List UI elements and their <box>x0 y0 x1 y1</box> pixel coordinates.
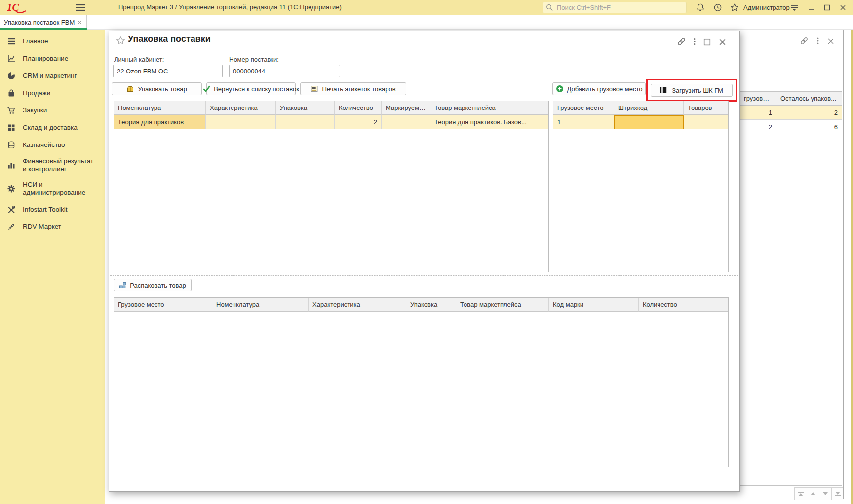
go-first-button[interactable] <box>794 487 807 500</box>
unpack-boxes-icon <box>119 282 126 289</box>
column-header[interactable]: Код марки <box>549 298 639 312</box>
link-icon[interactable] <box>677 37 686 46</box>
sidebar-item-finance[interactable]: Финансовый результат и контроллинг <box>0 153 105 177</box>
maximize-window-icon[interactable] <box>823 4 831 11</box>
column-header[interactable]: грузовых ... <box>740 92 776 106</box>
favorites-star-icon[interactable] <box>730 3 739 12</box>
sidebar: Главное Планирование CRM и маркетинг Про… <box>0 30 105 504</box>
column-header[interactable]: Характеристика <box>206 101 276 115</box>
menu-icon <box>0 37 23 46</box>
tools-icon <box>0 205 23 214</box>
go-last-button[interactable] <box>831 487 844 500</box>
tab-close-icon[interactable] <box>77 20 82 25</box>
right-edge-strip <box>851 30 853 504</box>
column-header[interactable]: Маркируемый <box>382 101 430 115</box>
dialog-title: Упаковка поставки <box>128 34 211 44</box>
column-header[interactable]: Товаров <box>684 101 728 115</box>
sidebar-item-crm[interactable]: CRM и маркетинг <box>0 67 105 84</box>
sidebar-item-sales[interactable]: Продажи <box>0 84 105 102</box>
bar-chart-icon <box>0 161 23 170</box>
cell-packaging[interactable] <box>276 115 335 129</box>
cargo-places-table[interactable]: Грузовое место Штрихкод Товаров 1 <box>553 101 729 272</box>
more-menu-icon[interactable] <box>816 36 819 45</box>
column-header[interactable]: Характеристика <box>309 298 406 312</box>
barcode-edit-cell[interactable] <box>614 115 684 129</box>
column-header[interactable]: Упаковка <box>406 298 456 312</box>
column-header[interactable]: Грузовое место <box>114 298 212 312</box>
sidebar-item-purchases[interactable]: Закупки <box>0 102 105 119</box>
bag-icon <box>0 89 23 98</box>
current-user[interactable]: Администратор <box>743 4 790 11</box>
tab-packing-fbm[interactable]: Упаковка поставок FBM <box>0 15 87 30</box>
application-window: 1С Препрод Маркет 3 / Управление торговл… <box>0 0 853 504</box>
planning-chart-icon <box>0 54 23 63</box>
svg-text:1С: 1С <box>7 1 20 13</box>
global-search[interactable] <box>543 2 687 13</box>
minimize-window-icon[interactable] <box>808 4 815 11</box>
favorite-star-icon[interactable] <box>116 36 125 45</box>
sidebar-item-planning[interactable]: Планирование <box>0 50 105 67</box>
go-up-button[interactable] <box>807 487 819 500</box>
cell-marked[interactable] <box>382 115 430 129</box>
table-row[interactable]: 2 6 <box>740 120 842 134</box>
table-header-row: Грузовое место Штрихкод Товаров <box>553 101 728 115</box>
background-supplies-table[interactable]: грузовых ... Осталось упаков... 1 2 2 6 <box>740 91 842 486</box>
print-labels-button[interactable]: Печать этикеток товаров <box>300 82 406 95</box>
cell-nomenclature[interactable]: Теория для практиков <box>114 115 206 129</box>
packed-items-table[interactable]: Грузовое место Номенклатура Характеристи… <box>114 297 729 467</box>
maximize-icon[interactable] <box>703 37 711 46</box>
sidebar-item-admin[interactable]: НСИ и администрирование <box>0 177 105 201</box>
go-down-button[interactable] <box>819 487 832 500</box>
sidebar-item-main[interactable]: Главное <box>0 33 105 50</box>
column-header[interactable]: Количество <box>335 101 382 115</box>
column-header[interactable]: Номенклатура <box>212 298 309 312</box>
cell-quantity[interactable]: 2 <box>335 115 382 129</box>
cabinet-field[interactable] <box>113 65 223 77</box>
column-header[interactable]: Грузовое место <box>553 101 614 115</box>
notifications-bell-icon[interactable] <box>696 3 705 12</box>
back-to-list-button[interactable]: Вернуться к списку поставок <box>206 82 296 95</box>
table-header-row: Грузовое место Номенклатура Характеристи… <box>114 298 728 312</box>
link-icon[interactable] <box>800 36 809 45</box>
close-icon[interactable] <box>827 36 834 45</box>
cart-icon <box>0 106 23 115</box>
service-menu-icon[interactable] <box>790 4 799 12</box>
supply-number-field[interactable] <box>229 65 340 77</box>
column-header[interactable]: Осталось упаков... <box>776 92 842 106</box>
search-input[interactable] <box>556 3 683 12</box>
column-header[interactable]: Количество <box>639 298 719 312</box>
pack-item-button[interactable]: Упаковать товар <box>112 82 202 95</box>
column-header[interactable]: Упаковка <box>276 101 335 115</box>
hamburger-menu-icon[interactable] <box>75 3 86 12</box>
background-window-border <box>843 30 844 499</box>
sidebar-item-rdv[interactable]: RDV Маркет <box>0 218 105 235</box>
history-icon[interactable] <box>713 3 722 12</box>
load-barcode-button[interactable]: Загрузить ШК ГМ <box>651 84 733 97</box>
column-header[interactable]: Товар маркетплейса <box>430 101 534 115</box>
cell-place-number[interactable]: 1 <box>553 115 614 129</box>
sidebar-item-treasury[interactable]: Казначейство <box>0 136 105 153</box>
add-cargo-place-button[interactable]: Добавить грузовое место <box>552 82 646 95</box>
close-window-icon[interactable] <box>839 4 847 11</box>
unpack-item-button[interactable]: Распаковать товар <box>114 279 192 291</box>
coins-icon <box>0 141 23 149</box>
cell-products-count[interactable] <box>684 115 728 129</box>
sidebar-item-warehouse[interactable]: Склад и доставка <box>0 119 105 136</box>
cell-characteristic[interactable] <box>206 115 276 129</box>
column-header[interactable]: Штрихкод <box>614 101 684 115</box>
sidebar-item-infostart[interactable]: Infostart Toolkit <box>0 201 105 218</box>
cell-marketplace-product[interactable]: Теория для практиков. Базов... <box>430 115 534 129</box>
more-menu-icon[interactable] <box>693 37 696 46</box>
package-icon <box>126 85 134 93</box>
column-header[interactable]: Товар маркетплейса <box>456 298 549 312</box>
app-title: Препрод Маркет 3 / Управление торговлей,… <box>118 3 342 11</box>
column-header[interactable]: Номенклатура <box>114 101 206 115</box>
table-row[interactable]: 1 2 <box>740 106 842 120</box>
label-printer-icon <box>310 85 318 93</box>
packing-dialog: Упаковка поставки Личный кабинет: Номер … <box>109 31 740 492</box>
table-row[interactable]: Теория для практиков 2 Теория для практи… <box>114 115 548 129</box>
gear-icon <box>0 184 23 193</box>
table-row[interactable]: 1 <box>553 115 728 129</box>
items-table[interactable]: Номенклатура Характеристика Упаковка Кол… <box>114 101 549 272</box>
close-icon[interactable] <box>718 37 727 46</box>
